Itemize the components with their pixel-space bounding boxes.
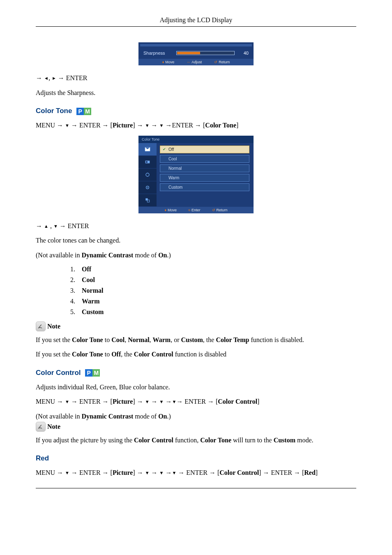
colortone-not-avail: (Not available in Dynamic Contrast mode … [36, 251, 356, 260]
section-red: Red [36, 454, 356, 462]
svg-point-4 [147, 187, 148, 188]
osd-side-setup-icon [138, 181, 157, 194]
colortone-osd: Color Tone ✔Off Cool Normal Warm [138, 136, 254, 213]
pm-badge-icon: PM [85, 369, 100, 377]
list-item: Off [77, 266, 356, 273]
colortone-option-warm: Warm [160, 174, 249, 182]
list-item: Normal [77, 287, 356, 294]
colortone-note2: If you set the Color Tone to Off, the Co… [36, 350, 356, 359]
colortone-menu-path: MENU → ▼ → ENTER → [Picture] → ▼ → ▼ →EN… [36, 121, 356, 130]
sharpness-desc: Adjusts the Sharpness. [36, 88, 356, 97]
osd-side-multi-icon [138, 194, 157, 207]
colortone-option-normal: Normal [160, 164, 249, 172]
note-label: Note [47, 323, 60, 330]
note-icon [36, 422, 46, 432]
list-item: Cool [77, 276, 356, 284]
svg-rect-5 [145, 198, 148, 200]
colortone-option-cool: Cool [160, 155, 249, 163]
section-color-control: Color Control PM [36, 369, 356, 377]
colorcontrol-not-avail: (Not available in Dynamic Contrast mode … [36, 412, 356, 421]
colortone-note1: If you set the Color Tone to Cool, Norma… [36, 335, 356, 345]
note-icon [36, 321, 46, 331]
osd-side-input-icon [138, 156, 157, 169]
pm-badge-icon: PM [76, 108, 91, 115]
red-menu-path: MENU → ▼ → ENTER → [Picture] → ▼ → ▼ →▼ … [36, 468, 356, 477]
colortone-nav2: → ▲ , ▼ → ENTER [36, 222, 356, 231]
osd-side-picture-icon [138, 143, 157, 156]
osd-side-sound-icon [138, 169, 157, 181]
colortone-option-off: ✔Off [160, 146, 249, 153]
colorcontrol-menu-path: MENU → ▼ → ENTER → [Picture] → ▼ → ▼ →▼→… [36, 397, 356, 406]
sharpness-osd-value: 40 [239, 51, 249, 56]
colortone-option-list: Off Cool Normal Warm Custom [36, 266, 356, 316]
colortone-desc: The color tones can be changed. [36, 236, 356, 245]
colorcontrol-note: If you adjust the picture by using the C… [36, 436, 356, 445]
sharpness-osd: Sharpness 40 ♦Move ↔Adjust ↺Return [138, 42, 254, 65]
svg-rect-1 [146, 161, 148, 163]
sharpness-osd-label: Sharpness [143, 51, 172, 56]
sharpness-nav: → ◄, ► → ENTER [36, 74, 356, 83]
svg-point-2 [146, 173, 149, 176]
colortone-option-custom: Custom [160, 183, 249, 191]
list-item: Custom [77, 308, 356, 316]
note-label: Note [47, 423, 60, 430]
list-item: Warm [77, 298, 356, 305]
page-title: Adjusting the LCD Display [36, 16, 356, 27]
section-color-tone: Color Tone PM [36, 107, 356, 115]
colorcontrol-desc: Adjusts individual Red, Green, Blue colo… [36, 383, 356, 392]
